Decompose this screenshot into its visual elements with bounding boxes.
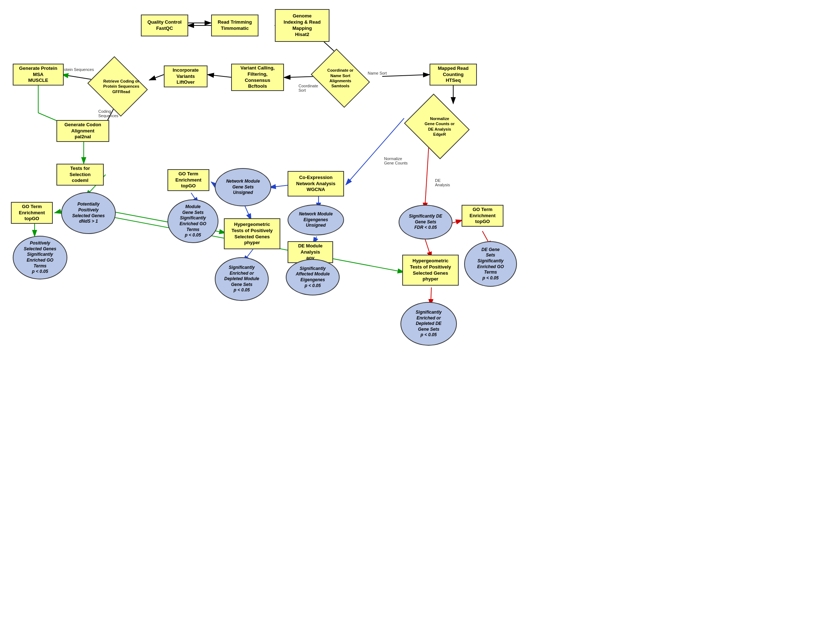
svg-line-10 [382, 74, 430, 76]
genome-indexing-node: GenomeIndexing & ReadMappingHisat2 [275, 9, 330, 42]
go-term-enrichment-mid-node: GO TermEnrichmenttopGO [168, 169, 209, 191]
svg-line-12 [207, 74, 233, 77]
network-module-eigengenes-node: Network ModuleEigengenesUnsigned [288, 205, 344, 236]
hypergeometric-right-node: HypergeometricTests of PositivelySelecte… [402, 255, 459, 286]
retrieve-coding-node: Retrieve Coding orProtein SequencesGFFRe… [87, 62, 156, 111]
de-gene-sets-go-node: DE GeneSetsSignificantlyEnriched GOTerms… [464, 241, 517, 287]
significantly-de-gene-sets-node: Significantly DEGene SetsFDR < 0.05 [399, 205, 453, 239]
tests-for-selection-node: Tests forSelectioncodeml [57, 164, 104, 186]
positively-selected-go-node: PositivelySelected GenesSignificantlyEnr… [13, 236, 67, 279]
go-term-enrichment-left-node: GO TermEnrichmenttopGO [11, 202, 53, 224]
coordinate-sort-node: Coordinate orName SortAlignmentsSamtools [313, 56, 375, 100]
svg-line-20 [55, 211, 62, 213]
flowchart: Name Sort CoordinateSort Protein Sequenc… [0, 0, 834, 644]
significantly-affected-eigengenes-node: SignificantlyAffected ModuleEigengenesp … [286, 259, 339, 295]
normalize-gene-counts-node: NormalizeGene Counts orDE AnalysisEdgeR [404, 100, 475, 153]
co-expression-network-node: Co-ExpressionNetwork AnalysisWGCNA [288, 171, 344, 197]
module-gene-sets-go-node: ModuleGene SetsSignificantlyEnriched GOT… [168, 199, 218, 243]
svg-line-11 [284, 76, 317, 77]
generate-protein-msa-node: Generate ProteinMSAMUSCLE [13, 64, 64, 86]
potentially-positive-node: PotentiallyPositivelySelected GenesdNdS … [61, 192, 116, 234]
incorporate-variants-node: IncorporateVariantsLiftOver [164, 66, 207, 87]
network-module-gene-sets-node: Network ModuleGene SetsUnsigned [215, 168, 271, 206]
label-normalize-gene-counts: NormalizeGene Counts [384, 157, 408, 165]
mapped-read-counting-node: Mapped ReadCountingHTSeq [430, 64, 477, 86]
variant-calling-node: Variant Calling,Filtering,ConsensusBcfto… [231, 64, 284, 91]
read-trimming-node: Read TrimmingTimmomatic [211, 15, 259, 36]
hypergeometric-mid-node: HypergeometricTests of PositivelySelecte… [224, 218, 280, 249]
quality-control-node: Quality Control FastQC [141, 15, 188, 36]
significantly-enriched-de-node: SignificantlyEnriched orDepleted DEGene … [401, 302, 457, 345]
svg-line-24 [346, 118, 404, 185]
generate-codon-alignment-node: Generate CodonAlignmentpal2nal [57, 120, 109, 142]
go-term-enrichment-right-node: GO TermEnrichmenttopGO [462, 205, 503, 227]
significantly-enriched-module-node: SignificantlyEnriched orDepleted ModuleG… [215, 257, 269, 301]
label-de-analysis: DEAnalysis [435, 178, 450, 187]
